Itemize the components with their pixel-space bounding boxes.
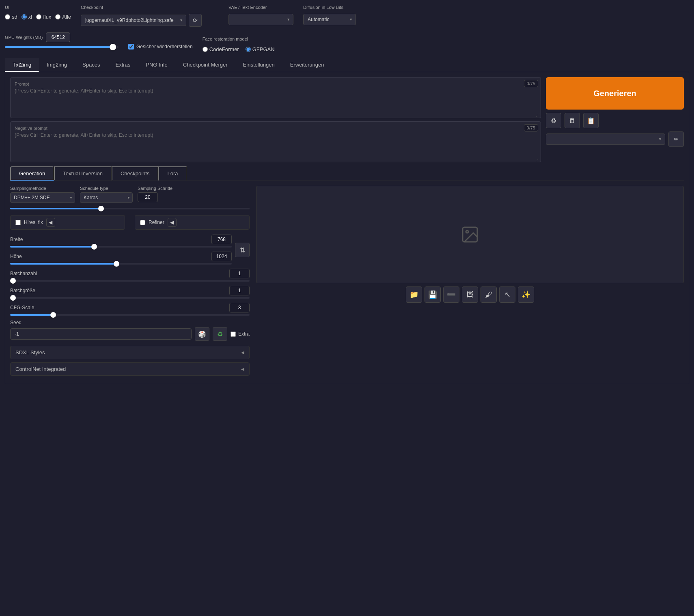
hoehe-label-row: Höhe 1024 [10, 252, 232, 261]
tab-spaces[interactable]: Spaces [75, 58, 108, 72]
dice-icon: 🎲 [198, 330, 206, 338]
params-container: Samplingmethode DPM++ 2M SDE Schedule ty… [10, 186, 684, 379]
negative-prompt-input[interactable] [15, 132, 537, 157]
radio-xl[interactable]: xl [22, 14, 32, 20]
negative-prompt-label: Negative prompt [15, 126, 537, 131]
negative-token-counter: 0/75 [524, 124, 538, 131]
breite-label: Breite [10, 237, 23, 242]
layers-button[interactable]: 🖼 [462, 286, 478, 303]
recycle-button[interactable]: ♻ [546, 113, 561, 128]
prompt-token-counter: 0/75 [524, 80, 538, 87]
radio-sd[interactable]: sd [5, 14, 17, 20]
gpu-slider-thumb[interactable] [110, 44, 116, 50]
generate-button[interactable]: Generieren [546, 77, 684, 110]
tab-einstellungen[interactable]: Einstellungen [235, 58, 282, 72]
remove-image-button[interactable]: ➖ [443, 286, 459, 303]
negative-prompt-resize-handle[interactable]: ⋰ [536, 157, 540, 161]
style-edit-button[interactable]: ✏ [668, 131, 684, 147]
tab-erweiterungen[interactable]: Erweiterungen [282, 58, 332, 72]
paint-icon: 🖌 [485, 291, 492, 299]
cursor-button[interactable]: ↖ [499, 286, 515, 303]
sub-tab-lora[interactable]: Lora [158, 166, 187, 181]
trash-button[interactable]: 🗑 [565, 113, 580, 128]
sampling-steps-thumb[interactable] [98, 206, 104, 211]
radio-codeformer[interactable]: CodeFormer [203, 46, 239, 52]
cfg-slider[interactable] [10, 314, 250, 316]
hires-fix-label: Hires. fix [24, 220, 43, 225]
cfg-value: 3 [229, 303, 250, 312]
cfg-thumb[interactable] [50, 312, 56, 318]
tab-png-info[interactable]: PNG Info [138, 58, 175, 72]
paint-button[interactable]: 🖌 [481, 286, 497, 303]
breite-label-row: Breite 768 [10, 235, 232, 244]
refiner-checkbox[interactable] [140, 220, 145, 225]
copy-button[interactable]: 📋 [583, 113, 599, 128]
hoehe-thumb[interactable] [114, 261, 119, 267]
tab-txt2img[interactable]: Txt2img [5, 58, 39, 72]
sdxl-styles-header[interactable]: SDXL Styles ◀ [11, 346, 249, 359]
refiner-toggle[interactable]: ◀ [168, 218, 177, 227]
tab-img2img[interactable]: Img2img [39, 58, 75, 72]
sub-tab-checkpoints[interactable]: Checkpoints [112, 166, 159, 181]
prompt-area: 0/75 Prompt ⋰ 0/75 Negative prompt ⋰ Gen… [10, 77, 684, 162]
save-image-button[interactable]: 💾 [425, 286, 441, 303]
hoehe-fill [10, 263, 116, 265]
style-select[interactable] [546, 134, 665, 145]
content-area: 0/75 Prompt ⋰ 0/75 Negative prompt ⋰ Gen… [5, 72, 689, 384]
prompt-resize-handle[interactable]: ⋰ [536, 113, 540, 117]
restore-faces-checkbox[interactable] [128, 44, 134, 50]
refiner-label: Refiner [149, 220, 164, 225]
schedule-type-label: Schedule type [80, 186, 133, 191]
ui-radio-group: sd xl flux Alle [5, 14, 71, 20]
sub-tab-textual-inversion[interactable]: Textual Inversion [54, 166, 112, 181]
breite-thumb[interactable] [91, 244, 97, 250]
controlnet-arrow: ◀ [241, 367, 244, 371]
controlnet-header[interactable]: ControlNet Integrated ◀ [11, 363, 249, 375]
radio-alle[interactable]: Alle [55, 14, 71, 20]
sampling-steps-label: Sampling Schritte [138, 186, 172, 191]
cursor-icon: ↖ [504, 290, 511, 299]
batchanzahl-thumb[interactable] [10, 278, 16, 284]
sampling-method-select[interactable]: DPM++ 2M SDE [10, 192, 75, 203]
breite-slider[interactable] [10, 246, 232, 248]
seed-dice-button[interactable]: 🎲 [195, 327, 209, 341]
diffusion-select[interactable]: Automatic [303, 14, 356, 25]
radio-gfpgan[interactable]: GFPGAN [246, 46, 275, 52]
stars-button[interactable]: ✨ [518, 286, 534, 303]
swap-dimensions-button[interactable]: ⇅ [235, 243, 250, 257]
vae-select[interactable] [228, 14, 293, 25]
sampling-steps-value: 20 [138, 192, 158, 202]
checkpoint-refresh-button[interactable]: ⟳ [189, 14, 202, 27]
batchgroesse-slider[interactable] [10, 297, 250, 299]
batchgroesse-thumb[interactable] [10, 295, 16, 301]
checkpoint-select[interactable]: juggernautXL_v9Rdphoto2Lightning.safe [81, 15, 186, 26]
seed-recycle-button[interactable]: ♻ [213, 327, 227, 341]
checkpoint-dropdown-row: juggernautXL_v9Rdphoto2Lightning.safe ⟳ [81, 14, 219, 27]
tab-checkpoint-merger[interactable]: Checkpoint Merger [175, 58, 235, 72]
cfg-section: CFG-Scale 3 [10, 303, 250, 316]
seed-input[interactable] [10, 328, 192, 340]
hoehe-slider[interactable] [10, 263, 232, 265]
style-row: ✏ [546, 131, 684, 147]
hires-fix-checkbox[interactable] [15, 220, 21, 225]
extra-label: Extra [238, 331, 250, 337]
gpu-slider-track[interactable] [5, 46, 119, 48]
hires-fix-toggle[interactable]: ◀ [46, 218, 55, 227]
open-folder-button[interactable]: 📁 [406, 286, 422, 303]
breite-value: 768 [211, 235, 232, 244]
cfg-label: CFG-Scale [10, 305, 34, 310]
radio-flux[interactable]: flux [36, 14, 51, 20]
diffusion-section: Diffusion in Low Bits Automatic [303, 5, 356, 25]
batchanzahl-slider[interactable] [10, 280, 250, 282]
sampling-steps-slider[interactable] [10, 208, 250, 209]
schedule-type-select[interactable]: Karras [80, 192, 133, 203]
sub-tab-generation[interactable]: Generation [10, 166, 54, 181]
svg-point-1 [466, 230, 468, 233]
restore-faces-label: Gesicher wiederherstellen [136, 44, 193, 50]
tab-extras[interactable]: Extras [108, 58, 138, 72]
extra-checkbox[interactable] [231, 332, 236, 337]
extra-checkbox-label[interactable]: Extra [231, 331, 250, 337]
gpu-value: 64512 [46, 32, 70, 42]
hires-fix-item: Hires. fix ◀ [10, 215, 125, 230]
prompt-input[interactable] [15, 88, 537, 112]
